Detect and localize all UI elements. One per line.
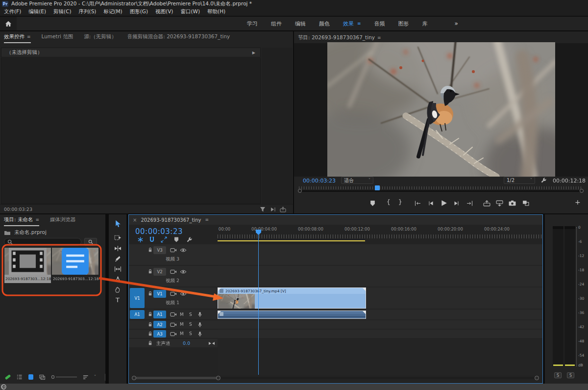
icon-view-button[interactable]	[28, 374, 34, 380]
toggle-track-output-icon[interactable]	[180, 270, 186, 273]
tab-audio-clip-mixer[interactable]: 音频剪辑混合器: 202693-918730367_tiny	[127, 33, 230, 43]
workspace-tab-editing[interactable]: 编辑	[295, 20, 306, 27]
panel-menu-icon[interactable]: ≡	[27, 34, 31, 39]
voiceover-mic-icon[interactable]	[198, 312, 201, 317]
clip-trim-handle[interactable]	[218, 288, 221, 291]
clip-trim-handle[interactable]	[363, 288, 366, 291]
close-icon[interactable]: ×	[133, 217, 137, 223]
freeform-view-icon[interactable]	[40, 375, 45, 379]
export-frame-icon[interactable]	[509, 201, 516, 206]
mark-out-button[interactable]: }	[398, 199, 402, 206]
search-input[interactable]	[4, 238, 81, 246]
mute-button-a1[interactable]: M	[180, 312, 184, 317]
lock-icon[interactable]	[149, 269, 152, 273]
workspace-tab-audio[interactable]: 音频	[374, 20, 385, 27]
add-marker-icon[interactable]	[370, 201, 375, 206]
source-patch-a1[interactable]: A1	[130, 310, 145, 319]
scrubber-track[interactable]	[299, 190, 583, 192]
effect-controls-clip-header[interactable]: （未选择剪辑） ▶	[1, 48, 261, 57]
sync-lock-icon[interactable]	[171, 270, 176, 274]
timeline-horizontal-scrollbar[interactable]	[132, 375, 539, 380]
ripple-edit-tool[interactable]	[109, 243, 126, 254]
panel-menu-icon[interactable]: ≡	[35, 217, 39, 222]
creative-cloud-icon[interactable]	[1, 385, 6, 389]
timeline-current-timecode[interactable]: 00:00:03:23	[135, 227, 183, 236]
list-view-icon[interactable]	[17, 375, 22, 379]
program-playhead[interactable]	[375, 185, 380, 190]
workspace-tab-graphics[interactable]: 图形	[398, 20, 409, 27]
thumbnail-zoom-knob[interactable]	[51, 375, 54, 379]
timeline-settings-icon[interactable]	[187, 237, 192, 242]
add-marker-icon[interactable]	[174, 237, 178, 242]
type-tool[interactable]: T	[109, 294, 126, 305]
lift-icon[interactable]	[484, 201, 490, 206]
sync-lock-icon[interactable]	[171, 313, 176, 316]
snap-icon[interactable]	[150, 237, 154, 242]
menu-edit[interactable]: 编辑(E)	[28, 8, 46, 15]
step-forward-icon[interactable]	[455, 202, 459, 206]
master-gain-value[interactable]: 0.0	[183, 340, 190, 346]
lock-icon[interactable]	[149, 312, 152, 316]
target-track-a1[interactable]: A1	[153, 311, 166, 318]
clip-trim-handle[interactable]	[218, 311, 221, 314]
target-track-v3[interactable]: V3	[153, 246, 166, 254]
pan-icon[interactable]	[209, 342, 215, 345]
sort-icon[interactable]	[83, 375, 88, 378]
voiceover-mic-icon[interactable]	[198, 322, 201, 327]
play-icon[interactable]	[441, 200, 447, 206]
program-scrubber[interactable]	[294, 185, 588, 194]
menu-window[interactable]: 窗口(W)	[180, 8, 200, 15]
mute-button-a3[interactable]: M	[180, 331, 184, 336]
lock-icon[interactable]	[149, 332, 152, 336]
extract-icon[interactable]	[496, 201, 503, 206]
scrollbar-zoom-handle-mid[interactable]	[216, 376, 220, 380]
toggle-track-output-icon[interactable]	[180, 292, 186, 295]
tab-effect-controls[interactable]: 效果控件≡	[4, 33, 31, 43]
sync-lock-icon[interactable]	[171, 333, 176, 336]
solo-right-button[interactable]: S	[567, 372, 574, 378]
workspace-tab-assembly[interactable]: 组件	[271, 20, 282, 27]
go-to-out-icon[interactable]	[467, 201, 472, 206]
workspace-tab-menu-icon[interactable]: ≡	[357, 21, 361, 26]
sync-lock-icon[interactable]	[171, 323, 176, 327]
program-current-timecode[interactable]: 00:00:03:23	[303, 178, 336, 184]
settings-wrench-icon[interactable]	[541, 178, 546, 182]
timeline-audio-clip[interactable]	[218, 311, 366, 319]
clip-trim-handle[interactable]	[363, 311, 366, 314]
target-track-a3[interactable]: A3	[153, 330, 166, 338]
menu-help[interactable]: 帮助(H)	[207, 8, 225, 15]
target-track-a2[interactable]: A2	[153, 321, 166, 328]
slip-tool[interactable]	[109, 263, 126, 274]
mark-in-button[interactable]: {	[387, 199, 391, 206]
timeline-video-clip[interactable]: 202693-918730367_tiny.mp4 [V]	[218, 287, 366, 309]
selection-tool[interactable]	[109, 218, 126, 229]
timeline-tab-label[interactable]: 202693-918730367_tiny	[141, 217, 201, 223]
workspace-tab-learning[interactable]: 学习	[247, 20, 258, 27]
sync-lock-icon[interactable]	[171, 249, 176, 252]
play-in-to-out-icon[interactable]	[271, 208, 275, 211]
menu-clip[interactable]: 剪辑(C)	[53, 8, 72, 15]
panel-menu-icon[interactable]: ≡	[377, 35, 381, 40]
pen-tool[interactable]	[109, 274, 126, 285]
solo-left-button[interactable]: S	[554, 372, 562, 378]
menu-graphics[interactable]: 图形(G)	[130, 8, 148, 15]
home-button[interactable]	[0, 17, 17, 30]
scrubber-right-handle[interactable]	[580, 189, 584, 193]
panel-menu-icon[interactable]: ≡	[205, 217, 209, 222]
comparison-view-icon[interactable]	[523, 201, 529, 206]
scrollbar-zoom-handle-right[interactable]	[535, 376, 539, 380]
tab-media-browser[interactable]: 媒体浏览器	[50, 216, 76, 226]
workspace-tab-effects[interactable]: 效果	[343, 20, 354, 27]
hand-tool[interactable]	[109, 284, 126, 295]
tab-project[interactable]: 项目: 未命名≡	[4, 216, 39, 226]
scrubber-left-handle[interactable]	[298, 189, 302, 193]
button-editor-plus[interactable]: +	[575, 198, 581, 206]
target-track-v1[interactable]: V1	[153, 290, 166, 298]
sort-chevron-icon[interactable]: ˅	[94, 375, 96, 379]
workspace-overflow-chevron[interactable]: »	[455, 20, 458, 27]
nest-toggle-icon[interactable]	[138, 237, 143, 242]
workspace-tab-libraries[interactable]: 库	[422, 20, 428, 27]
playback-resolution-dropdown[interactable]: 1/2˅	[504, 177, 535, 184]
workspace-tab-color[interactable]: 颜色	[319, 20, 330, 27]
filter-icon[interactable]	[260, 207, 265, 212]
